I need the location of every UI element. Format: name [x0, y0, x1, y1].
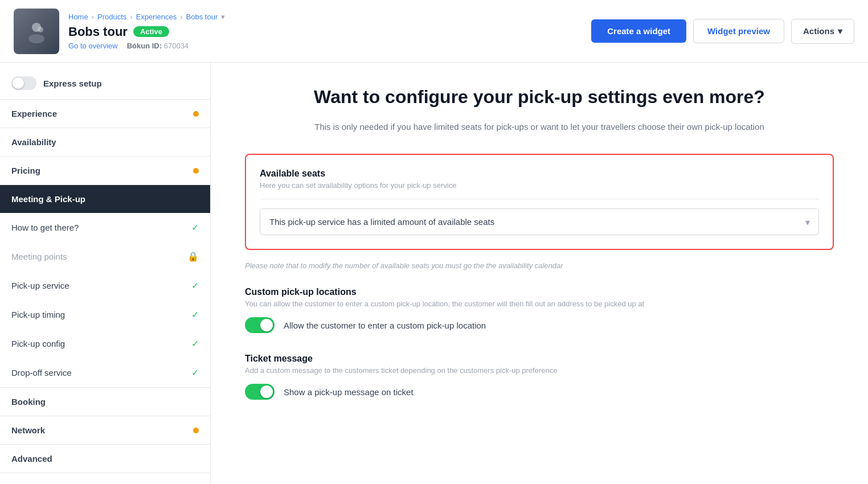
check-icon: ✓ — [191, 222, 199, 233]
bokun-id: Bókun ID: 670034 — [127, 42, 189, 50]
sidebar-item-pickup-config[interactable]: Pick-up config ✓ — [0, 329, 210, 358]
express-setup-row: Express setup — [0, 67, 210, 100]
express-setup-toggle[interactable] — [11, 76, 36, 90]
dot-indicator — [193, 168, 199, 174]
breadcrumb-products[interactable]: Products — [97, 13, 126, 21]
create-widget-button[interactable]: Create a widget — [591, 19, 686, 43]
available-seats-card: Available seats Here you can set availab… — [245, 154, 834, 250]
page-subtitle: This is only needed if you have limited … — [245, 121, 834, 134]
actions-button[interactable]: Actions ▾ — [791, 19, 854, 44]
custom-pickup-title: Custom pick-up locations — [245, 287, 834, 297]
header-info: Home › Products › Experiences › Bobs tou… — [68, 13, 591, 50]
status-badge: Active — [133, 26, 169, 37]
check-icon: ✓ — [191, 367, 199, 378]
check-icon: ✓ — [191, 280, 199, 291]
product-logo — [14, 9, 59, 54]
ticket-message-toggle[interactable] — [245, 384, 275, 400]
breadcrumb-experiences[interactable]: Experiences — [136, 13, 177, 21]
custom-pickup-toggle[interactable] — [245, 317, 275, 333]
custom-pickup-desc: You can allow the customer to enter a cu… — [245, 300, 834, 308]
available-seats-desc: Here you can set availability options fo… — [260, 181, 819, 190]
custom-pickup-section: Custom pick-up locations You can allow t… — [245, 287, 834, 333]
ticket-message-toggle-row: Show a pick-up message on ticket — [245, 384, 834, 400]
main-content: Want to configure your pick-up settings … — [211, 63, 868, 484]
sidebar-item-pricing[interactable]: Pricing — [0, 157, 210, 184]
available-seats-select[interactable]: This pick-up service has a limited amoun… — [260, 208, 819, 235]
sidebar-item-experience[interactable]: Experience — [0, 100, 210, 128]
widget-preview-button[interactable]: Widget preview — [693, 19, 784, 43]
sidebar-item-how-to-get-there[interactable]: How to get there? ✓ — [0, 213, 210, 242]
lock-icon: 🔒 — [187, 251, 199, 262]
chevron-down-icon: ▾ — [838, 26, 842, 36]
dot-indicator — [193, 111, 199, 117]
sidebar-item-network[interactable]: Network — [0, 416, 210, 444]
sidebar-item-booking[interactable]: Booking — [0, 388, 210, 416]
breadcrumb-home[interactable]: Home — [68, 13, 88, 21]
custom-pickup-toggle-label: Allow the customer to enter a custom pic… — [284, 321, 486, 330]
breadcrumb-bobs-tour[interactable]: Bobs tour — [186, 13, 218, 21]
ticket-message-toggle-label: Show a pick-up message on ticket — [284, 387, 413, 397]
svg-point-1 — [28, 34, 44, 43]
header-actions: Create a widget Widget preview Actions ▾ — [591, 19, 854, 44]
main-layout: Express setup Experience Availability Pr… — [0, 63, 868, 484]
sidebar-item-pickup-service[interactable]: Pick-up service ✓ — [0, 271, 210, 300]
page-title: Bobs tour — [68, 24, 128, 39]
sidebar-item-advanced[interactable]: Advanced — [0, 445, 210, 473]
sidebar-item-meeting-pickup[interactable]: Meeting & Pick-up — [0, 185, 210, 213]
available-seats-select-wrapper: This pick-up service has a limited amoun… — [260, 208, 819, 235]
sidebar-item-meeting-points[interactable]: Meeting points 🔒 — [0, 242, 210, 271]
available-seats-title: Available seats — [260, 169, 819, 179]
sidebar-item-pickup-timing[interactable]: Pick-up timing ✓ — [0, 300, 210, 329]
sidebar-item-availability[interactable]: Availability — [0, 128, 210, 156]
ticket-message-section: Ticket message Add a custom message to t… — [245, 354, 834, 400]
breadcrumb: Home › Products › Experiences › Bobs tou… — [68, 13, 591, 21]
sidebar-item-dropoff-service[interactable]: Drop-off service ✓ — [0, 358, 210, 387]
available-seats-note: Please note that to modify the number of… — [245, 261, 834, 270]
go-to-overview-link[interactable]: Go to overview — [68, 42, 118, 50]
header: Home › Products › Experiences › Bobs tou… — [0, 0, 868, 63]
check-icon: ✓ — [191, 338, 199, 349]
page-heading: Want to configure your pick-up settings … — [245, 85, 834, 109]
ticket-message-title: Ticket message — [245, 354, 834, 364]
ticket-message-desc: Add a custom message to the customers ti… — [245, 366, 834, 375]
sidebar: Express setup Experience Availability Pr… — [0, 63, 211, 484]
dot-indicator — [193, 428, 199, 433]
custom-pickup-toggle-row: Allow the customer to enter a custom pic… — [245, 317, 834, 333]
express-setup-label: Express setup — [43, 79, 102, 88]
svg-point-2 — [38, 27, 43, 32]
check-icon: ✓ — [191, 309, 199, 320]
